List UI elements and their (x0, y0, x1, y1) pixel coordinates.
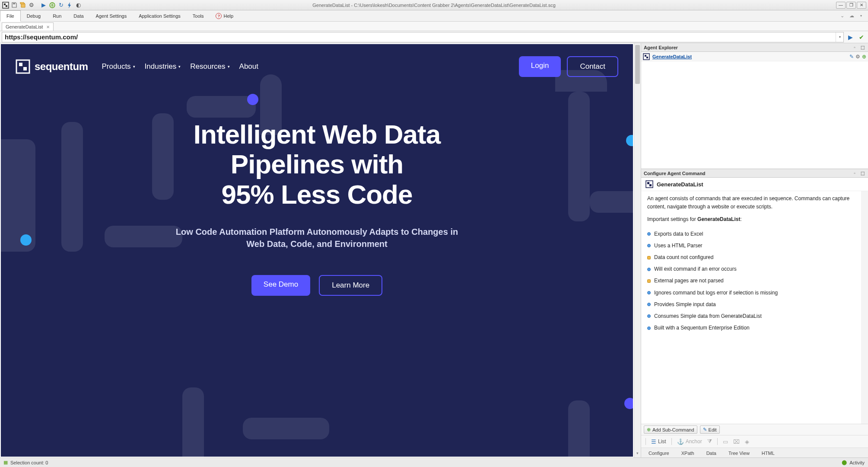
nav-resources[interactable]: Resources▾ (190, 62, 229, 71)
menu-app-settings[interactable]: Application Settings (133, 10, 187, 21)
save-icon[interactable] (10, 1, 18, 9)
rendered-page[interactable]: sequentum Products▾ Industries▾ Resource… (1, 44, 633, 457)
settings-item[interactable]: Exports data to Excel (647, 228, 855, 240)
svg-rect-5 (16, 60, 29, 73)
edit-button[interactable]: ✎ Edit (700, 425, 720, 434)
agent-icon (645, 180, 653, 188)
menu-file[interactable]: File (0, 10, 21, 22)
menu-help-label: Help (223, 13, 233, 19)
settings-gear-icon[interactable]: ⚙ (28, 1, 35, 9)
dropdown-icon[interactable]: ▾ (858, 13, 865, 19)
panel-scrollbar[interactable] (861, 191, 868, 424)
svg-rect-3 (13, 3, 15, 4)
bolt-icon[interactable] (66, 1, 73, 9)
navigate-button[interactable]: ▶ (846, 32, 855, 42)
menu-debug[interactable]: Debug (21, 10, 47, 21)
settings-item[interactable]: Data count not configured (647, 252, 855, 263)
anchor-icon: ⚓ (677, 438, 684, 445)
list-icon: ☰ (651, 438, 656, 445)
panel-pin-icon[interactable]: ⬚ (859, 45, 865, 51)
filter-tool[interactable]: ⧩ (706, 437, 714, 446)
tab-html[interactable]: HTML (756, 449, 780, 457)
refresh-icon[interactable]: ↻ (57, 1, 65, 9)
agent-name-link[interactable]: GenerateDataList (652, 54, 692, 59)
url-dropdown-icon[interactable]: ▾ (836, 32, 843, 42)
contrast-icon[interactable]: ◐ (74, 1, 82, 9)
svg-rect-1 (4, 3, 6, 5)
box-tool[interactable]: ▭ (721, 438, 730, 446)
agent-explorer-title: Agent Explorer (644, 45, 678, 50)
scroll-down-icon[interactable]: ▾ (634, 450, 641, 457)
settings-item[interactable]: Consumes Simple data from GenerateDataLi… (647, 310, 855, 322)
browser-scrollbar[interactable]: ▾ (634, 43, 641, 457)
anchor-tool[interactable]: ⚓ Anchor (675, 438, 704, 446)
box-icon: ▭ (723, 438, 728, 445)
activity-label[interactable]: Activity (849, 460, 865, 465)
minimize-button[interactable]: — (836, 2, 846, 9)
delete-tool[interactable]: ⌧ (731, 438, 741, 446)
learn-more-button[interactable]: Learn More (319, 275, 382, 296)
list-tool[interactable]: ☰ List (649, 438, 668, 446)
cloud-icon[interactable]: ☁ (848, 13, 855, 19)
settings-item[interactable]: Uses a HTML Parser (647, 240, 855, 252)
titlebar: ⚙ ▶ ↻ ◐ GenerateDataList - C:\Users\loke… (0, 0, 868, 10)
nav-industries[interactable]: Industries▾ (145, 62, 181, 71)
info-bullet-icon (647, 326, 651, 330)
login-button[interactable]: Login (519, 56, 561, 77)
svg-rect-12 (647, 182, 649, 184)
target-tool[interactable]: ◈ (743, 438, 751, 446)
panel-pin-icon[interactable]: ⬚ (859, 170, 865, 176)
settings-item-text: Exports data to Excel (654, 230, 703, 238)
explorer-empty-area (641, 61, 868, 169)
menu-run[interactable]: Run (47, 10, 67, 21)
add-sub-command-button[interactable]: ⊕ Add Sub-Command (644, 425, 697, 434)
status-bar: ▦ Selection count: 0 ⬤ Activity (0, 457, 868, 467)
hero: Intelligent Web Data Pipelines with 95% … (1, 89, 633, 296)
document-tab[interactable]: GenerateDataList ✕ (2, 22, 54, 31)
tab-configure[interactable]: Configure (643, 449, 675, 457)
settings-item[interactable]: Ignores command but logs error if select… (647, 287, 855, 299)
configure-toolbar: ☰ List ⚓ Anchor ⧩ ▭ ⌧ ◈ (641, 435, 868, 448)
tab-close-icon[interactable]: ✕ (46, 25, 50, 29)
important-settings-heading: Important settings for GenerateDataList: (647, 215, 862, 224)
url-input[interactable] (2, 32, 836, 42)
tab-xpath[interactable]: XPath (676, 449, 700, 457)
accept-button[interactable]: ✔ (857, 32, 866, 42)
edit-icon: ✎ (703, 427, 707, 432)
save-all-icon[interactable] (19, 1, 27, 9)
nav-products[interactable]: Products▾ (102, 62, 135, 71)
chevron-down-icon[interactable]: ⌄ (839, 13, 846, 19)
menu-data[interactable]: Data (67, 10, 89, 21)
scrollbar-thumb[interactable] (635, 45, 640, 84)
play-icon[interactable]: ▶ (40, 1, 48, 9)
nav-about[interactable]: About (239, 62, 258, 71)
target-icon: ◈ (745, 438, 749, 445)
command-agent-name: GenerateDataList (657, 181, 703, 188)
tab-data[interactable]: Data (701, 449, 722, 457)
settings-item[interactable]: Built with a Sequentum Enterprise Editio… (647, 322, 855, 334)
add-icon[interactable]: ⊕ (862, 54, 866, 60)
info-bullet-icon (647, 303, 651, 306)
panel-maximize-icon[interactable]: ▫ (852, 45, 858, 51)
brand-logo[interactable]: sequentum (16, 59, 88, 74)
edit-icon[interactable]: ✎ (849, 54, 854, 60)
maximize-button[interactable]: ❐ (846, 2, 856, 9)
menu-help[interactable]: ? Help (210, 10, 239, 21)
agent-row[interactable]: GenerateDataList ✎ ⚙ ⊕ (641, 52, 868, 61)
document-tabs: GenerateDataList ✕ (0, 22, 868, 31)
menu-tools[interactable]: Tools (187, 10, 210, 21)
document-tab-label: GenerateDataList (6, 24, 43, 29)
settings-item[interactable]: External pages are not parsed (647, 275, 855, 287)
globe-icon[interactable] (48, 1, 56, 9)
contact-button[interactable]: Contact (567, 56, 618, 77)
settings-item[interactable]: Provides Simple input data (647, 299, 855, 310)
menu-agent-settings[interactable]: Agent Settings (90, 10, 133, 21)
command-description-area: An agent consists of commands that are e… (641, 191, 868, 424)
settings-item[interactable]: Will exit command if an error occurs (647, 263, 855, 275)
gear-icon[interactable]: ⚙ (855, 54, 860, 60)
see-demo-button[interactable]: See Demo (251, 275, 310, 296)
close-button[interactable]: ✕ (857, 2, 866, 9)
panel-maximize-icon[interactable]: ▫ (852, 170, 858, 176)
svg-rect-7 (23, 67, 27, 70)
tab-tree-view[interactable]: Tree View (723, 449, 755, 457)
